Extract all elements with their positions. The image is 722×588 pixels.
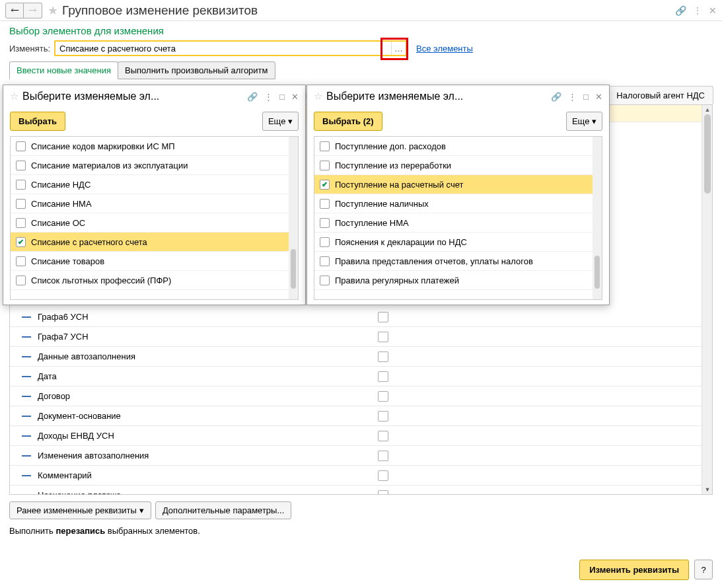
tab-run-algorithm[interactable]: Выполнить произвольный алгоритм [118,61,275,79]
list-item[interactable]: Список льготных профессий (ПФР) [11,271,298,290]
item-label: Поступление наличных [335,199,429,209]
list-item[interactable]: Списание материалов из эксплуатации [11,156,298,175]
grid-row[interactable]: Документ-основание [10,406,712,426]
item-checkbox[interactable]: ✔ [320,180,330,190]
list-item[interactable]: Списание кодов маркировки ИС МП [11,137,298,156]
item-checkbox[interactable] [320,199,330,209]
nav-back-button[interactable]: 🡐 [5,3,24,18]
more-button[interactable]: Еще ▾ [566,112,602,131]
row-checkbox[interactable] [378,490,388,496]
row-checkbox[interactable] [378,451,388,461]
dialog-scrollbar[interactable] [593,137,602,299]
row-checkbox[interactable] [378,431,388,441]
list-item[interactable]: ✔Поступление на расчетный счет [314,175,602,194]
item-checkbox[interactable] [16,218,26,228]
row-checkbox[interactable] [378,470,388,481]
list-item[interactable]: Списание НДС [11,175,298,194]
row-checkbox[interactable] [378,371,388,382]
item-checkbox[interactable]: ✔ [16,237,26,247]
item-checkbox[interactable] [16,276,26,285]
item-checkbox[interactable] [320,141,330,151]
list-item[interactable]: ✔Списание с расчетного счета [11,233,298,252]
grid-row[interactable]: Графа7 УСН [10,327,712,347]
list-item[interactable]: Поступление НМА [314,213,602,233]
list-item[interactable]: Правила регулярных платежей [314,271,602,290]
row-label: Назначение платежа [38,490,378,495]
tab-enter-values[interactable]: Ввести новые значения [9,61,118,79]
dialog-maximize-icon[interactable]: □ [583,92,589,102]
dialog-link-icon[interactable]: 🔗 [247,92,258,102]
select-button[interactable]: Выбрать [10,112,65,131]
grid-row[interactable]: Комментарий [10,466,712,486]
row-checkbox[interactable] [378,332,388,342]
extra-params-button[interactable]: Дополнительные параметры... [155,501,291,519]
dialog-maximize-icon[interactable]: □ [279,92,285,102]
item-checkbox[interactable] [320,276,330,285]
item-checkbox[interactable] [16,199,26,209]
col-tab-tax-agent[interactable]: Налоговый агент НДС [608,86,713,104]
list-item[interactable]: Списание ОС [11,213,298,233]
dialog-scroll-thumb[interactable] [291,249,296,289]
dialog-link-icon[interactable]: 🔗 [551,92,561,102]
grid-row[interactable]: Графа6 УСН [10,307,712,327]
list-item[interactable]: Правила представления отчетов, уплаты на… [314,252,602,271]
select-button[interactable]: Выбрать (2) [314,112,382,131]
item-checkbox[interactable] [16,180,26,190]
dialog-scroll-thumb[interactable] [595,256,600,289]
change-target-input[interactable] [55,42,391,55]
list-item[interactable]: Списание НМА [11,194,298,213]
chevron-down-icon: ▾ [139,505,144,515]
item-checkbox[interactable] [320,237,330,247]
list-item[interactable]: Списание товаров [11,252,298,271]
item-checkbox[interactable] [320,161,330,170]
grid-row[interactable]: Изменения автозаполнения [10,446,712,466]
all-elements-link[interactable]: Все элементы [416,44,473,54]
dialog-close-icon[interactable]: ✕ [291,92,299,102]
more-button[interactable]: Еще ▾ [262,112,299,131]
item-label: Правила представления отчетов, уплаты на… [335,256,533,266]
dialog-star-icon[interactable]: ☆ [314,91,322,102]
row-checkbox[interactable] [378,391,388,402]
list-item[interactable]: Пояснения к декларации по НДС [314,233,602,252]
page-title: Групповое изменение реквизитов [62,3,668,18]
change-target-picker-button[interactable]: … [391,42,406,55]
close-icon[interactable]: ✕ [709,5,717,16]
list-item[interactable]: Поступление наличных [314,194,602,213]
item-label: Списание материалов из эксплуатации [31,161,188,170]
dialog-kebab-icon[interactable]: ⋮ [264,92,273,102]
nav-forward-button[interactable]: 🡒 [24,3,42,18]
item-checkbox[interactable] [16,161,26,170]
row-checkbox[interactable] [378,351,388,362]
apply-button[interactable]: Изменить реквизиты [579,560,689,580]
row-checkbox[interactable] [378,411,388,422]
item-label: Списание с расчетного счета [31,237,147,247]
grid-row[interactable]: Назначение платежа [10,486,712,495]
grid-row[interactable]: Доходы ЕНВД УСН [10,426,712,446]
scroll-up-icon[interactable]: ▲ [702,105,713,114]
grid-row[interactable]: Данные автозаполнения [10,347,712,367]
grid-scrollbar[interactable]: ▲ ▼ [702,105,712,494]
dialog-list: Поступление доп. расходовПоступление из … [314,136,602,300]
link-icon[interactable]: 🔗 [675,5,686,16]
scroll-thumb[interactable] [704,114,711,194]
scroll-down-icon[interactable]: ▼ [702,485,713,494]
dialog-scrollbar[interactable] [289,137,298,299]
row-checkbox[interactable] [378,312,388,322]
help-button[interactable]: ? [694,560,713,579]
item-checkbox[interactable] [16,256,26,266]
item-checkbox[interactable] [16,141,26,151]
kebab-menu-icon[interactable]: ⋮ [693,5,702,16]
list-item[interactable]: Поступление доп. расходов [314,137,602,156]
grid-row[interactable]: Договор [10,386,712,406]
item-checkbox[interactable] [320,256,330,266]
dialog-kebab-icon[interactable]: ⋮ [568,92,577,102]
dialog-star-icon[interactable]: ☆ [10,91,18,102]
item-checkbox[interactable] [320,218,330,228]
prev-changed-button[interactable]: Ранее измененные реквизиты ▾ [9,501,151,519]
favorite-star-icon[interactable]: ★ [48,3,58,18]
grid-row[interactable]: Дата [10,367,712,386]
list-item[interactable]: Поступление из переработки [314,156,602,175]
row-label: Изменения автозаполнения [38,451,378,460]
row-label: Договор [38,391,378,401]
dialog-close-icon[interactable]: ✕ [595,92,602,102]
